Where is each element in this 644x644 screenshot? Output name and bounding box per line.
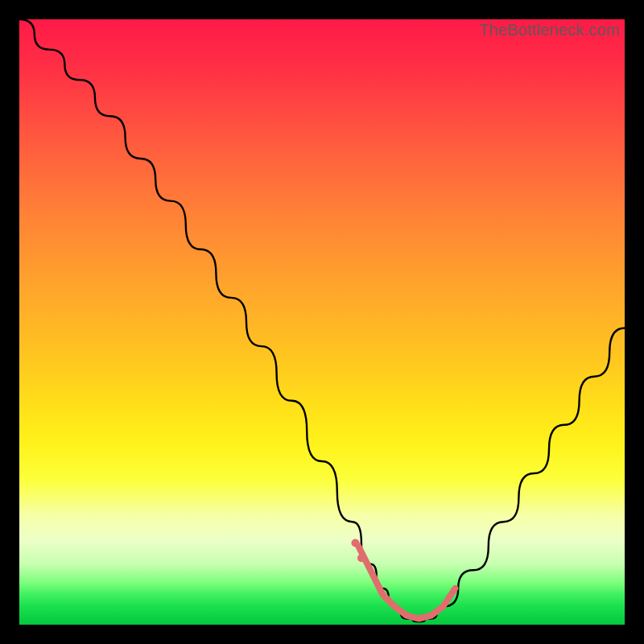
optimal-dot xyxy=(357,554,365,562)
optimal-dot xyxy=(351,539,359,547)
bottleneck-curve xyxy=(19,19,625,621)
plot-area: TheBottleneck.com xyxy=(19,19,625,625)
curve-layer xyxy=(19,19,625,625)
chart-frame: TheBottleneck.com xyxy=(0,0,644,644)
optimal-range-band xyxy=(358,546,455,618)
